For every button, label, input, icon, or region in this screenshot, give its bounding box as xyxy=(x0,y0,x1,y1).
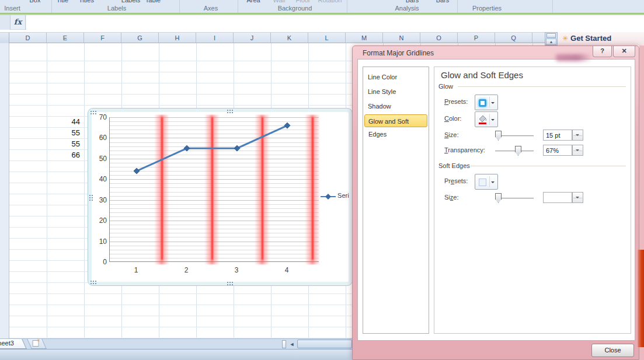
row-header-strip[interactable] xyxy=(0,43,9,338)
glow-size-input[interactable] xyxy=(543,130,572,141)
insert-worksheet-tab[interactable] xyxy=(27,339,47,349)
column-header-row: DEFGHIJKLMNOPQ xyxy=(0,32,545,43)
soft-size-slider-thumb[interactable] xyxy=(495,193,502,203)
y-axis-tick-label: 20 xyxy=(89,216,107,225)
chart-object[interactable]: Seri 7060504030201001234 xyxy=(88,108,353,286)
ribbon-group-separator xyxy=(457,0,458,13)
glow-presets-label: Presets: xyxy=(444,98,468,105)
soft-edge-preset-icon xyxy=(479,179,486,186)
ribbon-group-separator xyxy=(51,0,52,13)
paint-bucket-icon xyxy=(478,114,488,125)
ribbon-button[interactable]: Area xyxy=(246,0,260,4)
ribbon-group-separator xyxy=(347,0,347,13)
formula-bar: fx xyxy=(0,15,644,30)
dialog-nav-item[interactable]: Line Color xyxy=(364,71,427,83)
plot-area[interactable] xyxy=(109,117,319,262)
ribbon-button[interactable]: Titles xyxy=(79,0,94,4)
dialog-nav-item[interactable]: Line Style xyxy=(364,85,427,98)
status-bar xyxy=(0,349,352,360)
row-header-corner[interactable] xyxy=(0,33,9,43)
ribbon-button[interactable]: Table xyxy=(145,0,161,4)
insert-function-icon[interactable]: fx xyxy=(11,15,26,30)
close-icon[interactable]: ✕ xyxy=(613,46,635,57)
y-axis-tick-label: 50 xyxy=(89,155,107,163)
column-header[interactable]: N xyxy=(383,33,420,43)
vertical-split-handle[interactable] xyxy=(546,33,556,38)
glow-color-dropdown[interactable] xyxy=(475,111,498,127)
chart-resize-handle[interactable] xyxy=(90,280,97,284)
column-header[interactable]: D xyxy=(9,33,47,43)
glow-color-label: Color: xyxy=(444,115,461,122)
help-icon[interactable]: ? xyxy=(593,46,612,57)
column-header[interactable]: J xyxy=(234,33,271,43)
soft-presets-dropdown[interactable] xyxy=(475,174,498,190)
y-axis-tick-label: 10 xyxy=(89,237,107,246)
glow-transparency-slider-thumb[interactable] xyxy=(515,146,521,156)
sheet-tab[interactable]: heet3 xyxy=(0,339,27,349)
x-axis-tick-label: 2 xyxy=(185,266,189,274)
scroll-left-icon[interactable]: ◄ xyxy=(287,340,297,349)
column-header[interactable]: O xyxy=(420,33,458,43)
ribbon-button[interactable]: Wall xyxy=(273,0,286,4)
ribbon-button[interactable]: Title xyxy=(57,0,68,4)
ribbon-button[interactable]: Bars xyxy=(436,0,450,4)
chart-resize-handle[interactable] xyxy=(227,281,234,285)
column-header[interactable]: K xyxy=(271,33,308,43)
ribbon-button[interactable]: Bars xyxy=(406,0,419,4)
soft-size-input[interactable] xyxy=(543,192,572,203)
ribbon-button[interactable]: Floor xyxy=(295,0,310,4)
close-button[interactable]: Close xyxy=(591,344,634,357)
cell-value[interactable]: 55 xyxy=(47,127,82,138)
cell-value[interactable]: 55 xyxy=(47,138,82,149)
ribbon-strip: BoxTitleTitlesLabelsTableAreaWallFloorRo… xyxy=(0,0,644,13)
ribbon-button[interactable]: Labels xyxy=(121,0,140,4)
sheet-tab-label: heet3 xyxy=(0,340,14,347)
dialog-nav-list: Line ColorLine StyleShadowGlow and Soft … xyxy=(363,67,429,334)
ribbon-group-label: Properties xyxy=(472,5,502,12)
excel-window: BoxTitleTitlesLabelsTableAreaWallFloorRo… xyxy=(0,0,644,360)
column-header[interactable]: H xyxy=(159,33,196,43)
sheet-tab-bar: heet3 ◄ xyxy=(0,338,352,349)
chart-legend[interactable]: Seri xyxy=(321,192,353,201)
cell-value[interactable]: 44 xyxy=(47,116,82,127)
dialog-nav-item[interactable]: Shadow xyxy=(364,100,427,113)
glow-preset-icon xyxy=(479,99,486,107)
ribbon-button[interactable]: Rotation xyxy=(318,0,342,4)
column-header[interactable]: L xyxy=(308,33,346,43)
data-point-marker xyxy=(284,123,290,128)
column-header[interactable]: P xyxy=(458,33,495,43)
vertical-scrollbar[interactable]: ▲ xyxy=(545,32,558,46)
get-started-label[interactable]: Get Started xyxy=(570,34,611,43)
name-box[interactable] xyxy=(0,15,11,30)
column-header[interactable]: E xyxy=(47,33,84,43)
column-header[interactable]: Q xyxy=(495,33,532,43)
y-axis-tick-label: 0 xyxy=(89,258,107,266)
glow-transparency-slider-track[interactable] xyxy=(495,151,534,151)
horizontal-split-handle[interactable] xyxy=(282,340,286,348)
ribbon-group-label: Axes xyxy=(204,5,218,12)
glow-transparency-input[interactable] xyxy=(543,145,572,156)
soft-size-spinner[interactable] xyxy=(572,192,583,203)
column-header[interactable]: G xyxy=(121,33,159,43)
ribbon-group-label: Labels xyxy=(107,5,126,12)
glow-transparency-spinner[interactable] xyxy=(572,145,583,156)
horizontal-scrollbar-thumb[interactable] xyxy=(297,340,352,348)
glow-size-spinner[interactable] xyxy=(572,130,583,141)
ribbon-group-separator xyxy=(238,0,238,13)
chart-resize-handle[interactable] xyxy=(227,109,234,113)
ribbon-group-label: Insert xyxy=(4,5,20,12)
section-divider xyxy=(458,86,626,87)
dialog-nav-item[interactable]: Glow and Soft Edges xyxy=(364,114,427,127)
data-point-marker xyxy=(134,168,140,174)
cell-value[interactable]: 66 xyxy=(47,149,82,160)
glow-transparency-label: Transparency: xyxy=(444,146,485,153)
glow-size-slider-thumb[interactable] xyxy=(495,131,502,141)
data-series-line[interactable] xyxy=(110,117,319,262)
formula-input[interactable] xyxy=(26,15,644,30)
column-header[interactable]: I xyxy=(196,33,234,43)
column-header[interactable]: M xyxy=(346,33,383,43)
ribbon-button[interactable]: Box xyxy=(30,0,41,4)
column-header[interactable]: F xyxy=(84,33,121,43)
glow-presets-dropdown[interactable] xyxy=(475,95,498,110)
scroll-up-icon[interactable]: ▲ xyxy=(546,39,556,45)
